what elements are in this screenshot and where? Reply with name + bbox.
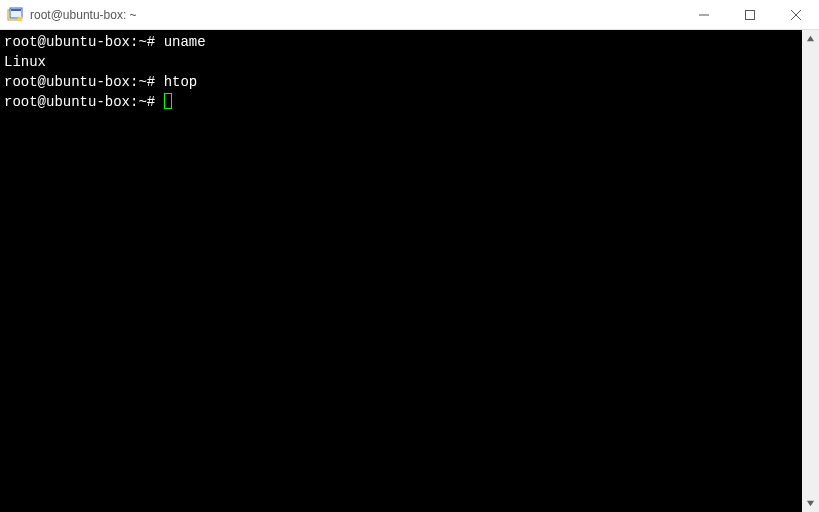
maximize-button[interactable]: [727, 0, 773, 30]
terminal-line: root@ubuntu-box:~#: [4, 92, 798, 112]
prompt: root@ubuntu-box:~#: [4, 74, 155, 90]
minimize-button[interactable]: [681, 0, 727, 30]
scrollbar[interactable]: [802, 30, 819, 512]
cursor: [164, 93, 172, 109]
scroll-down-arrow[interactable]: [802, 495, 819, 512]
command-text: [155, 94, 163, 110]
terminal[interactable]: root@ubuntu-box:~# unameLinuxroot@ubuntu…: [0, 30, 802, 512]
terminal-line: root@ubuntu-box:~# uname: [4, 32, 798, 52]
scroll-up-arrow[interactable]: [802, 30, 819, 47]
svg-rect-2: [11, 9, 21, 11]
terminal-wrapper: root@ubuntu-box:~# unameLinuxroot@ubuntu…: [0, 30, 819, 512]
close-button[interactable]: [773, 0, 819, 30]
prompt: root@ubuntu-box:~#: [4, 94, 155, 110]
svg-marker-10: [807, 501, 814, 506]
titlebar[interactable]: root@ubuntu-box: ~: [0, 0, 819, 30]
svg-marker-9: [807, 36, 814, 41]
terminal-line: root@ubuntu-box:~# htop: [4, 72, 798, 92]
app-icon: [6, 6, 24, 24]
prompt: root@ubuntu-box:~#: [4, 34, 155, 50]
command-text: uname: [155, 34, 205, 50]
command-text: htop: [155, 74, 197, 90]
window-title: root@ubuntu-box: ~: [30, 8, 681, 22]
app-window: root@ubuntu-box: ~ root@ubuntu-box:~# un…: [0, 0, 819, 512]
terminal-line: Linux: [4, 52, 798, 72]
svg-rect-6: [746, 11, 755, 20]
window-controls: [681, 0, 819, 29]
